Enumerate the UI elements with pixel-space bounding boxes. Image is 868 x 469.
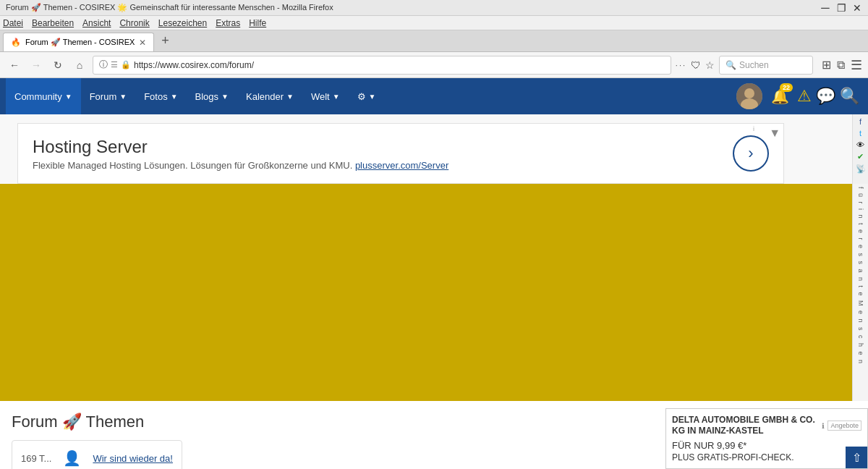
active-tab[interactable]: 🔥 Forum 🚀 Themen - COSIREX ✕ xyxy=(3,33,154,51)
lock-icon: 🔒 xyxy=(121,60,131,69)
window-controls[interactable]: ─ ❐ ✕ xyxy=(820,3,862,13)
community-chevron-icon: ▼ xyxy=(65,93,72,101)
forum-chevron-icon: ▼ xyxy=(119,93,127,101)
close-button[interactable]: ✕ xyxy=(852,3,862,13)
minimize-button[interactable]: ─ xyxy=(820,3,830,13)
ad-description: Flexible Managed Hosting Lösungen. Lösun… xyxy=(33,160,733,171)
info-circle-icon: ℹ xyxy=(822,422,825,430)
nav-fotos-label: Fotos xyxy=(144,91,168,102)
vertical-text: f ü r i n t e r e s s a n t e M e n s c … xyxy=(856,187,865,365)
home-button[interactable]: ⌂ xyxy=(71,56,88,74)
bottom-ad-price: FÜR NUR 9,99 €* xyxy=(672,440,861,451)
right-vertical-sidebar: f ü r i n t e r e s s a n t e M e n s c … xyxy=(852,184,868,401)
nav-fotos[interactable]: Fotos ▼ xyxy=(135,78,186,114)
menu-lesezeichen[interactable]: Lesezeichen xyxy=(158,18,207,28)
search-nav-icon[interactable]: 🔍 xyxy=(840,87,859,106)
address-menu-button[interactable]: ··· xyxy=(676,61,686,69)
info-icon: ⓘ xyxy=(99,59,108,71)
menu-chronik[interactable]: Chronik xyxy=(119,18,149,28)
nav-community-label: Community xyxy=(14,91,62,102)
search-placeholder: Suchen xyxy=(739,60,769,70)
notification-button[interactable]: 🔔 22 xyxy=(767,83,793,109)
chat-icon[interactable]: 💬 xyxy=(816,87,835,106)
nav-items: Community ▼ Forum ▼ Fotos ▼ Blogs ▼ Kale… xyxy=(6,78,736,114)
ad-label: i xyxy=(753,125,754,132)
ad-banner: Hosting Server Flexible Managed Hosting … xyxy=(17,123,784,184)
rocket-icon: 🚀 xyxy=(62,413,82,431)
page-subtitle: Themen xyxy=(86,413,145,431)
browser-addressbar: ← → ↻ ⌂ ⓘ ☰ 🔒 https://www.cosirex.com/fo… xyxy=(0,52,868,78)
warning-icon[interactable]: ⚠ xyxy=(797,87,812,106)
blogs-chevron-icon: ▼ xyxy=(221,93,229,101)
forum-link[interactable]: Wir sind wieder da! xyxy=(93,453,173,464)
menu-hilfe[interactable]: Hilfe xyxy=(249,18,266,28)
ad-close-button[interactable]: ▼ xyxy=(769,127,780,140)
welt-chevron-icon: ▼ xyxy=(333,93,340,101)
nav-blogs[interactable]: Blogs ▼ xyxy=(187,78,237,114)
nav-forum-label: Forum xyxy=(90,91,117,102)
rss-icon[interactable]: 📡 xyxy=(856,164,866,174)
check-icon: ✔ xyxy=(857,152,864,161)
back-button[interactable]: ← xyxy=(6,56,23,74)
tabs-icon[interactable]: ⧉ xyxy=(837,59,845,72)
browser-titlebar: Forum 🚀 Themen - COSIREX 🌟 Gemeinschaft … xyxy=(0,0,868,16)
view-icon[interactable]: 👁 xyxy=(856,140,864,149)
kalender-chevron-icon: ▼ xyxy=(286,93,294,101)
search-box[interactable]: 🔍 Suchen xyxy=(719,56,813,75)
nav-kalender-label: Kalender xyxy=(246,91,284,102)
nav-forum[interactable]: Forum ▼ xyxy=(81,78,135,114)
tab-favicon: 🔥 xyxy=(11,38,21,48)
nav-settings-icon: ⚙ xyxy=(357,91,366,102)
nav-kalender[interactable]: Kalender ▼ xyxy=(237,78,302,114)
url-text: https://www.cosirex.com/forum/ xyxy=(134,60,254,70)
tab-close-button[interactable]: ✕ xyxy=(139,38,146,48)
bookmark-star-icon[interactable]: ☆ xyxy=(705,59,715,71)
address-bar[interactable]: ⓘ ☰ 🔒 https://www.cosirex.com/forum/ xyxy=(93,56,671,75)
bottom-ad-company: DELTA AUTOMOBILE GMBH & CO. KG IN MAINZ-… xyxy=(672,415,817,437)
new-tab-button[interactable]: + xyxy=(156,30,175,51)
ad-title: Hosting Server xyxy=(33,137,733,157)
site-navbar: Community ▼ Forum ▼ Fotos ▼ Blogs ▼ Kale… xyxy=(0,78,868,114)
offer-label: Angebote xyxy=(827,421,861,431)
nav-welt-label: Welt xyxy=(311,91,330,102)
ad-link[interactable]: plusserver.com/Server xyxy=(355,160,448,171)
menu-ansicht[interactable]: Ansicht xyxy=(82,18,111,28)
restore-button[interactable]: ❐ xyxy=(836,3,846,13)
menu-bearbeiten[interactable]: Bearbeiten xyxy=(32,18,74,28)
yellow-content-area: f ü r i n t e r e s s a n t e M e n s c … xyxy=(0,184,868,401)
svg-point-1 xyxy=(744,88,754,98)
titlebar-text: Forum 🚀 Themen - COSIREX 🌟 Gemeinschaft … xyxy=(6,3,820,12)
facebook-icon[interactable]: f xyxy=(859,117,861,126)
nav-welt[interactable]: Welt ▼ xyxy=(302,78,349,114)
search-icon: 🔍 xyxy=(726,60,736,70)
nav-blogs-label: Blogs xyxy=(195,91,219,102)
ad-content: Hosting Server Flexible Managed Hosting … xyxy=(33,137,733,171)
forward-button[interactable]: → xyxy=(27,56,45,74)
twitter-icon[interactable]: t xyxy=(859,129,861,138)
forum-count: 169 T... xyxy=(21,453,51,464)
bottom-ad-desc: PLUS GRATIS-PROFI-CHECK. xyxy=(672,452,861,462)
avatar[interactable] xyxy=(736,83,762,109)
browser-menubar: Datei Bearbeiten Ansicht Chronik Lesezei… xyxy=(0,16,868,30)
bottom-ad: DELTA AUTOMOBILE GMBH & CO. KG IN MAINZ-… xyxy=(665,408,868,469)
menu-datei[interactable]: Datei xyxy=(3,18,23,28)
nav-right: 🔔 22 ⚠ 💬 🔍 xyxy=(736,83,862,109)
settings-chevron-icon: ▼ xyxy=(369,93,376,101)
menu-extras[interactable]: Extras xyxy=(216,18,240,28)
reader-icon: ☰ xyxy=(111,60,118,69)
refresh-button[interactable]: ↻ xyxy=(49,56,67,74)
browser-sidebar-icons: ⊞ ⧉ ☰ xyxy=(822,57,862,73)
nav-community[interactable]: Community ▼ xyxy=(6,78,81,114)
yellow-background xyxy=(0,184,868,401)
page-title-text: Forum xyxy=(12,413,58,431)
tab-label: Forum 🚀 Themen - COSIREX xyxy=(25,38,135,47)
notification-badge: 22 xyxy=(780,83,793,92)
scroll-to-top-button[interactable]: ⇧ xyxy=(846,447,867,468)
right-sidebar-icons: f t 👁 ✔ 📡 xyxy=(852,114,868,184)
library-icon[interactable]: ⊞ xyxy=(822,58,831,72)
ad-circle-button[interactable]: › xyxy=(733,135,769,172)
hamburger-icon[interactable]: ☰ xyxy=(851,57,862,73)
forum-preview-box: 169 T... 👤 Wir sind wieder da! xyxy=(12,440,182,469)
nav-settings[interactable]: ⚙ ▼ xyxy=(349,78,385,114)
bottom-ad-offer: ℹ Angebote xyxy=(822,421,861,431)
